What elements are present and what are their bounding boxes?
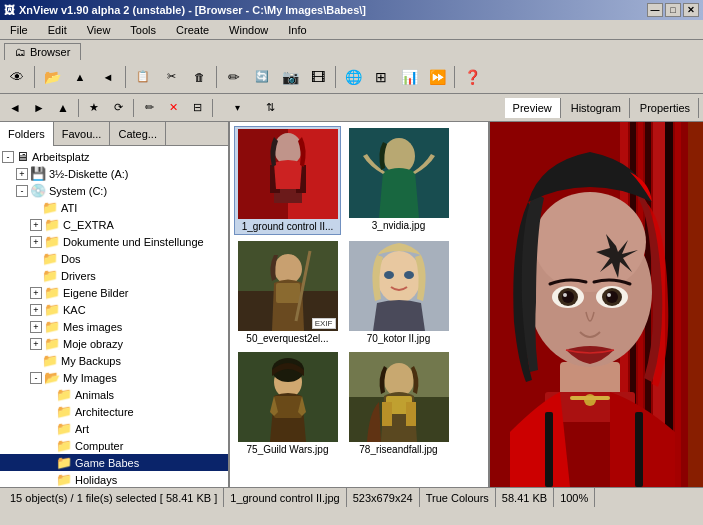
menu-bar: File Edit View Tools Create Window Info (0, 20, 703, 40)
tree-item-drivers[interactable]: 📁 Drivers (0, 267, 228, 284)
tab-histogram[interactable]: Histogram (563, 98, 630, 118)
tree-item-my-images[interactable]: - 📂 My Images (0, 369, 228, 386)
tab-properties[interactable]: Properties (632, 98, 699, 118)
thumb-item-2[interactable]: 3_nvidia.jpg (345, 126, 452, 235)
tree-item-c-extra[interactable]: + 📁 C_EXTRA (0, 216, 228, 233)
tree-item-moje-obrazy[interactable]: + 📁 Moje obrazy (0, 335, 228, 352)
nav-back-btn[interactable]: ◄ (4, 97, 26, 119)
tree-label: My Backups (61, 355, 121, 367)
fp-tab-favorites[interactable]: Favou... (54, 122, 111, 146)
tree-item-ati[interactable]: 📁 ATI (0, 199, 228, 216)
tree-label: Dos (61, 253, 81, 265)
tree-item-game-babes[interactable]: 📁 Game Babes (0, 454, 228, 471)
svg-rect-55 (570, 396, 610, 400)
tab-preview[interactable]: Preview (505, 98, 561, 118)
thumb-item-4[interactable]: 70_kotor II.jpg (345, 239, 452, 346)
tree-toggle[interactable]: + (30, 338, 42, 350)
nav-size-dropdown[interactable]: ▾ (217, 97, 257, 119)
thumb-label-5: 75_Guild Wars.jpg (247, 444, 329, 455)
svg-point-48 (562, 291, 574, 303)
minimize-button[interactable]: — (647, 3, 663, 17)
status-bar: 15 object(s) / 1 file(s) selected [ 58.4… (0, 487, 703, 507)
menu-window[interactable]: Window (223, 22, 274, 38)
tree-label: Eigene Bilder (63, 287, 128, 299)
folder-icon: 📁 (56, 438, 72, 453)
fp-tab-categories[interactable]: Categ... (110, 122, 166, 146)
menu-tools[interactable]: Tools (124, 22, 162, 38)
tb-folder-btn[interactable]: 📂 (39, 64, 65, 90)
tree-item-computer[interactable]: 📁 Computer (0, 437, 228, 454)
tb-up-btn[interactable]: ▲ (67, 64, 93, 90)
tree-toggle[interactable]: - (2, 151, 14, 163)
restore-button[interactable]: □ (665, 3, 681, 17)
nav-sort-btn[interactable]: ⇅ (259, 97, 281, 119)
close-button[interactable]: ✕ (683, 3, 699, 17)
thumb-item-3[interactable]: EXIF 50_everquest2el... (234, 239, 341, 346)
thumb-item-1[interactable]: 1_ground control II... (234, 126, 341, 235)
tb-chart-btn[interactable]: 📊 (396, 64, 422, 90)
tb-delete-btn[interactable]: 🗑 (186, 64, 212, 90)
menu-edit[interactable]: Edit (42, 22, 73, 38)
tree-item-animals[interactable]: 📁 Animals (0, 386, 228, 403)
menu-create[interactable]: Create (170, 22, 215, 38)
tree-item-system-c[interactable]: - 💿 System (C:) (0, 182, 228, 199)
folder-icon: 📁 (44, 319, 60, 334)
preview-panel (490, 122, 703, 487)
tb-camera-btn[interactable]: 📷 (277, 64, 303, 90)
tree-toggle[interactable]: + (16, 168, 28, 180)
fp-tab-folders[interactable]: Folders (0, 122, 54, 146)
menu-info[interactable]: Info (282, 22, 312, 38)
nav-refresh-btn[interactable]: ⟳ (107, 97, 129, 119)
menu-file[interactable]: File (4, 22, 34, 38)
thumb-item-6[interactable]: 78_riseandfall.jpg (345, 350, 452, 457)
tree-toggle[interactable]: + (30, 304, 42, 316)
tree-item-eigene-bilder[interactable]: + 📁 Eigene Bilder (0, 284, 228, 301)
tree-item-arbeitsplatz[interactable]: - 🖥 Arbeitsplatz (0, 148, 228, 165)
tree-item-art[interactable]: 📁 Art (0, 420, 228, 437)
title-bar-controls: — □ ✕ (647, 3, 699, 17)
disk-icon: 💿 (30, 183, 46, 198)
nav-sep-2 (133, 99, 134, 117)
nav-filter-btn[interactable]: ⊟ (186, 97, 208, 119)
tb-move-btn[interactable]: ✂ (158, 64, 184, 90)
nav-up-btn[interactable]: ▲ (52, 97, 74, 119)
tb-copy-btn[interactable]: 📋 (130, 64, 156, 90)
toolbar-sep-5 (454, 66, 455, 88)
browser-tab[interactable]: 🗂 Browser (4, 43, 81, 60)
nav-delete-btn[interactable]: ✕ (162, 97, 184, 119)
tree-toggle[interactable]: - (30, 372, 42, 384)
tree-item-floppy[interactable]: + 💾 3½-Diskette (A:) (0, 165, 228, 182)
tb-eye-btn[interactable]: 👁 (4, 64, 30, 90)
exif-badge: EXIF (312, 318, 336, 329)
tree-item-kac[interactable]: + 📁 KAC (0, 301, 228, 318)
tree-item-dos[interactable]: 📁 Dos (0, 250, 228, 267)
tree-toggle[interactable]: + (30, 287, 42, 299)
tree-label: ATI (61, 202, 77, 214)
tree-toggle[interactable]: - (16, 185, 28, 197)
thumb-svg-2 (349, 128, 449, 218)
tb-rename-btn[interactable]: ✏ (221, 64, 247, 90)
menu-view[interactable]: View (81, 22, 117, 38)
tb-help-btn[interactable]: ❓ (459, 64, 485, 90)
thumb-item-5[interactable]: 75_Guild Wars.jpg (234, 350, 341, 457)
tree-item-architecture[interactable]: 📁 Architecture (0, 403, 228, 420)
tree-toggle[interactable]: + (30, 236, 42, 248)
tree-item-my-backups[interactable]: 📁 My Backups (0, 352, 228, 369)
tb-rotate-btn[interactable]: 🔄 (249, 64, 275, 90)
tree-toggle[interactable]: + (30, 219, 42, 231)
tree-toggle[interactable]: + (30, 321, 42, 333)
tb-back-btn[interactable]: ◄ (95, 64, 121, 90)
tree-item-dokumente[interactable]: + 📁 Dokumente und Einstellunge (0, 233, 228, 250)
svg-point-45 (534, 192, 646, 292)
tree-label: Moje obrazy (63, 338, 123, 350)
nav-favorites-btn[interactable]: ★ (83, 97, 105, 119)
tb-forward-btn[interactable]: ⏩ (424, 64, 450, 90)
nav-edit-btn[interactable]: ✏ (138, 97, 160, 119)
tb-grid-btn[interactable]: ⊞ (368, 64, 394, 90)
status-filesize: 58.41 KB (496, 488, 554, 507)
tree-item-mes-images[interactable]: + 📁 Mes images (0, 318, 228, 335)
nav-forward-btn[interactable]: ► (28, 97, 50, 119)
tb-film-btn[interactable]: 🎞 (305, 64, 331, 90)
tb-globe-btn[interactable]: 🌐 (340, 64, 366, 90)
tree-item-holidays[interactable]: 📁 Holidays (0, 471, 228, 487)
